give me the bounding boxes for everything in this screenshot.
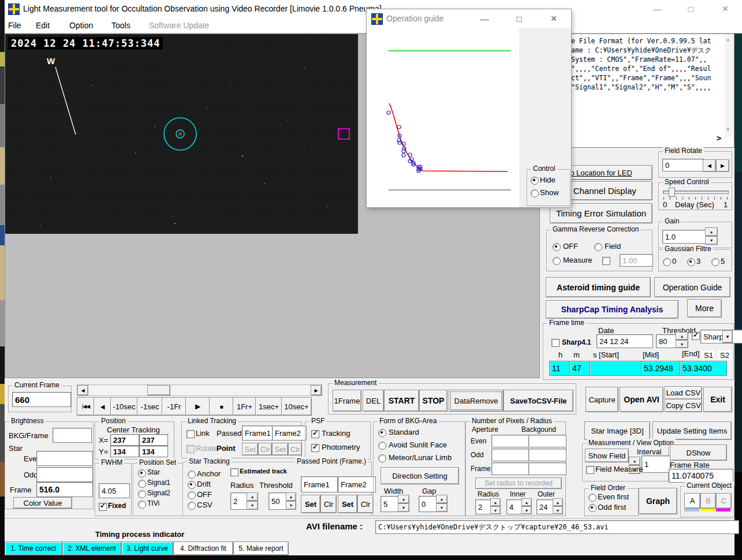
estimated-track-checkbox[interactable] [230,468,238,476]
track-radius-spinner[interactable] [247,492,258,510]
gain-spinner[interactable] [705,227,718,245]
off-radio[interactable] [188,491,196,499]
passed-frame1-field[interactable]: Frame1 [301,476,338,492]
show-field-button[interactable]: Show Field [585,449,629,462]
copy-csv-button[interactable]: Copy CSV [665,399,702,412]
gaussian-3-radio[interactable] [687,258,695,266]
scroll-right-icon[interactable]: > [717,133,721,143]
field-measure-checkbox[interactable] [586,466,594,474]
graph-button[interactable]: Graph [639,488,677,514]
odd-field[interactable] [36,467,93,482]
minimize-button[interactable]: — [473,12,495,25]
one-frame-button[interactable]: 1Frame [333,390,361,412]
frame-scrollbar[interactable]: ◀ ▶ [77,384,322,396]
step-light-curve[interactable]: 3. Light curve [121,542,173,555]
field-rotate-input[interactable]: 0 [662,159,704,171]
color-value-button[interactable]: Color Value [13,497,72,509]
gamma-off-radio[interactable] [553,243,561,251]
rotate-left-button[interactable]: ◀ [703,159,716,172]
outer-spinner[interactable] [553,498,563,514]
video-frame[interactable]: 2024 12 24 11:47:53:344 W [5,34,358,234]
link-checkbox[interactable] [187,430,195,438]
scrollbar-left-button[interactable]: ◀ [77,385,88,395]
sharp-checkbox[interactable] [692,332,700,340]
gap-spinner[interactable] [436,495,448,512]
passed-set2-button[interactable]: Set [338,495,357,513]
scrollbar-thumb[interactable] [147,385,170,395]
operation-guide-titlebar[interactable]: Operation guide — □ × [367,9,571,28]
minute-field[interactable]: 47 [569,361,592,376]
even-field[interactable] [36,451,93,466]
hour-field[interactable]: 11 [549,361,572,376]
linked-frame2-field[interactable]: Frame2 [272,425,307,440]
save-to-csv-button[interactable]: SaveToCSV-File [504,390,573,412]
frame-brightness-field[interactable]: 516.0 [36,482,93,497]
open-avi-button[interactable]: Open AVI [620,387,663,412]
date-input[interactable]: 24 12 24 [596,334,653,348]
step-back-button[interactable]: ◀ [94,397,111,416]
fwhm-fixed-checkbox[interactable] [99,503,107,511]
more-button[interactable]: More [687,299,722,318]
track-threshold-spinner[interactable] [286,492,296,510]
posset-signal2-radio[interactable] [138,490,146,498]
radius-spinner[interactable] [490,498,501,514]
rotate-checkbox[interactable] [187,445,195,453]
frame-background-field[interactable] [528,462,566,475]
frame-rate-field[interactable]: 11.0740075 [669,469,733,483]
del-button[interactable]: DEL [363,390,384,412]
csv-radio[interactable] [188,502,196,510]
capture-button[interactable]: Capture [586,387,618,412]
start-button[interactable]: START [384,390,419,412]
sharp-dropdown[interactable]: Sharp [700,330,742,344]
minus-1frame-button[interactable]: -1Fr [162,397,187,416]
meteor-limb-radio[interactable] [378,454,386,462]
gamma-value-field[interactable]: 1.00 [620,254,653,267]
step-xml-element[interactable]: 2. XML element [62,542,121,555]
maximize-button[interactable]: □ [508,12,530,25]
stop-playback-button[interactable]: ■ [209,397,234,416]
gain-input[interactable]: 1.0 [662,230,706,244]
sharp41-checkbox[interactable] [551,339,560,347]
object-a-button[interactable]: A [684,493,700,509]
step-time-correct[interactable]: 1. Time correct [5,542,62,555]
hide-radio[interactable] [531,177,539,185]
step-make-report[interactable]: 5. Make report [233,542,289,555]
asteroid-timing-guide-button[interactable]: Asteroid timing guide [546,277,651,297]
frame-aperture-field[interactable] [491,462,530,475]
sharpcap-timing-button[interactable]: SharpCap Timing Analysis [546,300,678,319]
interval-input[interactable]: 1 [642,456,670,473]
current-frame-input[interactable]: 660 [12,392,71,407]
plus-10sec-button[interactable]: 10sec+ [281,397,312,416]
odd-background-field[interactable] [528,449,566,461]
bkg-frame-field[interactable] [53,428,92,443]
x-center-field[interactable]: 237 [110,434,139,446]
anchor-radio[interactable] [188,471,196,479]
x-track-field[interactable]: 237 [139,434,168,446]
maximize-button[interactable]: □ [679,2,702,15]
posset-signal1-radio[interactable] [138,480,146,488]
odd-first-radio[interactable] [588,504,596,512]
start-field[interactable] [590,361,644,376]
passed-clr2-button[interactable]: Clr [357,495,374,513]
minimize-button[interactable]: — [646,2,669,15]
menu-edit[interactable]: Edit [36,21,50,30]
rotate-right-button[interactable]: ▶ [716,159,729,172]
exit-button[interactable]: Exit [703,387,732,412]
avi-filename-field[interactable]: C:¥Users¥yhide¥OneDrive¥デスクトップ¥capture¥2… [375,520,739,534]
passed-set1-button[interactable]: Set [301,495,320,513]
posset-tivi-radio[interactable] [138,501,146,509]
gamma-field-radio[interactable] [594,243,602,251]
object-b-button[interactable]: B [700,493,716,509]
close-button[interactable]: × [543,12,565,25]
star-image-3d-button[interactable]: Star Image [3D] [584,421,650,440]
linked-set2-button[interactable]: Set [272,443,288,456]
scroll-up-icon[interactable]: ▲ [726,36,729,42]
psf-tracking-checkbox[interactable] [311,430,319,438]
plus-1sec-button[interactable]: 1sec+ [255,397,282,416]
posset-star-radio[interactable] [138,469,146,477]
menu-software-update[interactable]: Software Update [149,21,209,30]
dshow-button[interactable]: DShow [670,445,727,461]
gaussian-5-radio[interactable] [711,258,719,266]
speed-slider-thumb[interactable] [669,188,675,197]
minus-1sec-button[interactable]: -1sec [137,397,163,416]
